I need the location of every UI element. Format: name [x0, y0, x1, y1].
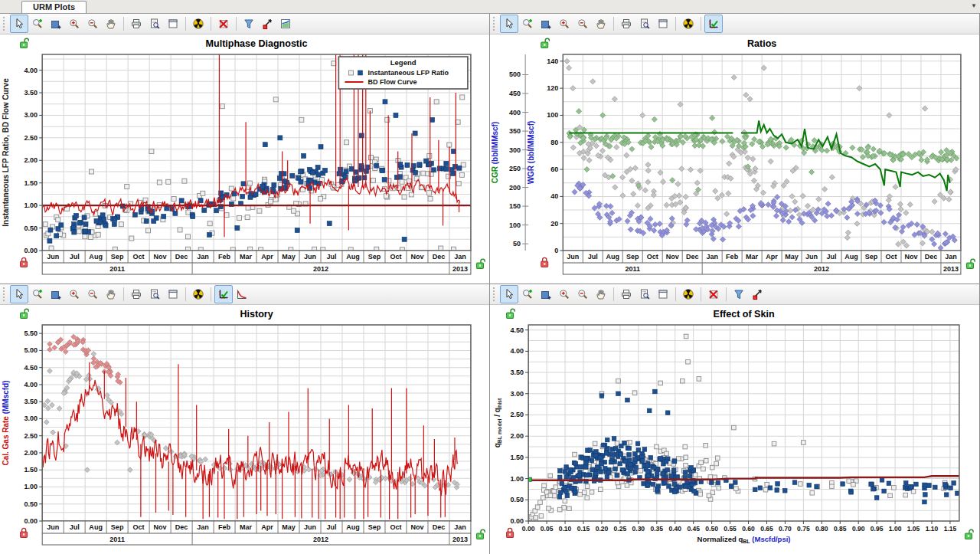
radiation-icon[interactable]	[189, 285, 207, 303]
svg-text:Oct: Oct	[647, 254, 658, 261]
print-preview-icon[interactable]	[635, 285, 654, 303]
print-preview-icon[interactable]	[145, 15, 164, 33]
filter-icon[interactable]	[240, 15, 258, 33]
svg-text:1.50: 1.50	[511, 454, 524, 461]
svg-text:CGR (bbl/MMscf): CGR (bbl/MMscf)	[491, 122, 499, 183]
pan-icon[interactable]	[102, 15, 120, 33]
svg-text:0.00: 0.00	[24, 517, 38, 525]
new-window-icon[interactable]	[654, 15, 672, 33]
svg-text:0: 0	[554, 247, 558, 254]
svg-text:4.50: 4.50	[24, 364, 38, 372]
print-icon[interactable]	[617, 285, 635, 303]
history-chart[interactable]: 0.000.501.001.502.002.503.003.504.004.50…	[0, 305, 489, 553]
delete-plot-icon[interactable]	[214, 15, 233, 33]
print-preview-icon[interactable]	[635, 15, 654, 33]
svg-text:4.00: 4.00	[511, 347, 524, 355]
svg-text:Effect of Skin: Effect of Skin	[714, 309, 775, 320]
panel-effect-of-skin: 0.000.501.001.502.002.503.003.504.004.50…	[490, 284, 979, 554]
svg-text:120: 120	[547, 84, 558, 92]
new-window-icon[interactable]	[164, 15, 182, 33]
svg-text:Jan: Jan	[706, 254, 718, 261]
svg-text:Nov: Nov	[410, 254, 423, 261]
radiation-icon[interactable]	[189, 15, 207, 33]
svg-text:60: 60	[550, 166, 558, 173]
svg-text:Dec: Dec	[925, 254, 938, 261]
new-window-icon[interactable]	[654, 285, 672, 303]
svg-text:Jul: Jul	[70, 254, 80, 261]
svg-text:1.00: 1.00	[889, 525, 902, 533]
zoom-in-icon[interactable]	[65, 285, 83, 303]
svg-text:Instantaneous LFP Ratio, BD Fl: Instantaneous LFP Ratio, BD Flow Curve	[2, 78, 10, 227]
diagnostic-plot-icon[interactable]	[276, 15, 295, 33]
axes-settings-icon[interactable]	[214, 285, 233, 303]
pointer-icon[interactable]	[500, 15, 518, 33]
svg-text:Aug: Aug	[844, 254, 858, 261]
toolbar-separator	[675, 287, 676, 301]
ratios-chart[interactable]: 0204060801001201405010015020025030035040…	[490, 34, 979, 283]
delete-plot-icon[interactable]	[704, 285, 723, 303]
zoom-window-icon[interactable]	[47, 15, 65, 33]
pointer-icon[interactable]	[500, 285, 518, 303]
svg-text:Sep: Sep	[111, 254, 124, 261]
new-window-icon[interactable]	[164, 285, 182, 303]
zoom-dynamic-icon[interactable]	[518, 285, 537, 303]
pointer-icon[interactable]	[10, 285, 28, 303]
zoom-out-icon[interactable]	[83, 15, 102, 33]
zoom-dynamic-icon[interactable]	[518, 15, 537, 33]
svg-text:2012: 2012	[313, 265, 328, 273]
svg-text:Ratios: Ratios	[747, 38, 776, 49]
svg-text:2011: 2011	[109, 265, 125, 273]
print-preview-icon[interactable]	[145, 285, 164, 303]
radiation-icon[interactable]	[679, 285, 697, 303]
svg-text:Mar: Mar	[240, 524, 253, 532]
svg-text:150: 150	[509, 202, 521, 210]
svg-text:1.05: 1.05	[907, 525, 920, 533]
zoom-out-icon[interactable]	[83, 285, 102, 303]
tab-list-dropdown-icon[interactable]: ▼	[971, 2, 977, 9]
svg-text:1.00: 1.00	[511, 475, 524, 483]
zoom-out-icon[interactable]	[573, 285, 592, 303]
effect-of-skin-chart[interactable]: 0.000.501.001.502.002.503.003.504.004.50…	[490, 305, 979, 553]
decline-curve-icon[interactable]	[233, 285, 251, 303]
toolbar-grip[interactable]	[3, 17, 7, 31]
svg-text:Aug: Aug	[606, 254, 619, 261]
radiation-icon[interactable]	[679, 15, 697, 33]
svg-text:0.50: 0.50	[24, 225, 38, 232]
outlier-toggle-icon[interactable]	[748, 285, 766, 303]
print-icon[interactable]	[127, 285, 145, 303]
svg-text:0.50: 0.50	[511, 496, 524, 503]
svg-text:May: May	[282, 254, 296, 261]
print-icon[interactable]	[127, 15, 145, 33]
zoom-out-icon[interactable]	[573, 15, 592, 33]
tab-urm-plots[interactable]: URM Plots	[21, 1, 87, 13]
zoom-in-icon[interactable]	[555, 285, 573, 303]
zoom-in-icon[interactable]	[555, 15, 573, 33]
svg-text:100: 100	[509, 221, 521, 229]
svg-text:0.00: 0.00	[24, 247, 38, 254]
print-icon[interactable]	[617, 15, 635, 33]
zoom-dynamic-icon[interactable]	[28, 15, 47, 33]
pointer-icon[interactable]	[10, 15, 28, 33]
zoom-window-icon[interactable]	[47, 285, 65, 303]
zoom-window-icon[interactable]	[537, 15, 555, 33]
pan-icon[interactable]	[592, 15, 610, 33]
zoom-dynamic-icon[interactable]	[28, 285, 47, 303]
toolbar-grip[interactable]	[493, 17, 497, 31]
toolbar-grip[interactable]	[493, 287, 497, 301]
axes-settings-icon[interactable]	[704, 15, 723, 33]
svg-text:Jul: Jul	[326, 524, 336, 532]
zoom-in-icon[interactable]	[65, 15, 83, 33]
pan-icon[interactable]	[102, 285, 120, 303]
svg-text:140: 140	[547, 57, 558, 65]
multiphase-diagnostic-chart[interactable]: 0.000.501.001.502.002.503.003.504.00Inst…	[0, 34, 489, 283]
svg-text:0.05: 0.05	[541, 525, 554, 533]
outlier-toggle-icon[interactable]	[258, 15, 276, 33]
svg-text:BD Flow Curve: BD Flow Curve	[368, 78, 417, 86]
toolbar-grip[interactable]	[3, 287, 7, 301]
filter-icon[interactable]	[730, 285, 748, 303]
toolbar-history	[0, 284, 489, 305]
pan-icon[interactable]	[592, 285, 610, 303]
zoom-window-icon[interactable]	[537, 285, 555, 303]
svg-text:0.30: 0.30	[632, 525, 645, 533]
svg-text:4.00: 4.00	[24, 381, 38, 388]
